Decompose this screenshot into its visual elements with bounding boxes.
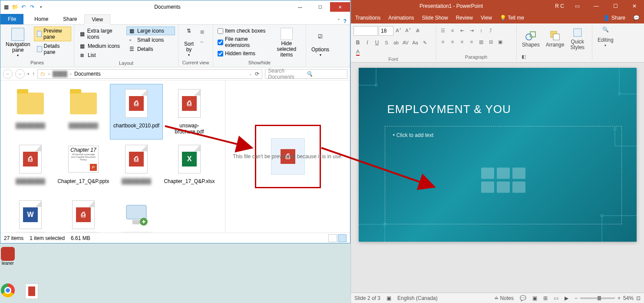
insert-smartart-icon[interactable] <box>512 168 525 179</box>
tab-view-ppt[interactable]: View <box>481 15 492 21</box>
layout-small[interactable]: ▫Small icons <box>126 36 175 44</box>
layout-details[interactable]: ☰Details <box>126 45 175 53</box>
qat-customize-icon[interactable]: ▾ <box>37 3 45 11</box>
align-center-icon[interactable]: ≡ <box>448 37 457 46</box>
smartart-icon[interactable]: ▣ <box>496 37 505 46</box>
align-left-icon[interactable]: ≡ <box>439 37 447 46</box>
ppt-maximize-button[interactable]: ☐ <box>606 0 625 12</box>
file-item[interactable]: ⎙████████ <box>4 140 57 195</box>
comments-icon[interactable]: 💬 <box>633 15 640 21</box>
slide-title[interactable]: EMPLOYMENT & YOU <box>387 103 511 116</box>
view-slideshow-icon[interactable]: ▶ <box>565 295 568 301</box>
font-size-combo[interactable]: 18 <box>379 26 393 36</box>
increase-font-icon[interactable]: A˄ <box>394 26 403 35</box>
file-item[interactable]: ⎙chartbook_2010.pdf <box>110 84 163 140</box>
items-pane[interactable]: ████████████████⎙chartbook_2010.pdf⎙unsw… <box>0 80 225 233</box>
hide-selected-button[interactable]: Hide selected items <box>270 27 303 59</box>
font-color-icon[interactable]: A <box>353 48 362 57</box>
layout-extra-large[interactable]: ▦Extra large icons <box>77 27 125 41</box>
insert-picture-icon[interactable] <box>481 182 494 193</box>
sort-by-button[interactable]: ⇅ Sort by ▾ <box>181 27 197 59</box>
shapes-button[interactable]: Shapes <box>519 29 542 49</box>
view-sorter-icon[interactable]: ⊞ <box>543 295 548 301</box>
editing-button[interactable]: 🔍 Editing ▾ <box>595 26 616 49</box>
decrease-font-icon[interactable]: A˅ <box>404 26 413 35</box>
fit-to-window-icon[interactable]: ⊡ <box>636 295 641 301</box>
back-button[interactable]: ← <box>3 69 13 79</box>
slide-canvas[interactable]: EMPLOYMENT & YOU • Click to add text <box>351 63 644 293</box>
tab-slideshow[interactable]: Slide Show <box>422 15 448 21</box>
view-large-icons-button[interactable] <box>338 234 347 242</box>
ppt-minimize-button[interactable]: — <box>587 0 606 12</box>
desktop-icon-pdf[interactable] <box>25 283 38 299</box>
tab-animations[interactable]: Animations <box>388 15 414 21</box>
slide[interactable]: EMPLOYMENT & YOU • Click to add text <box>359 68 637 242</box>
insert-table-icon[interactable] <box>481 168 494 179</box>
tab-view[interactable]: View <box>84 14 110 25</box>
insert-chart-icon[interactable] <box>497 168 510 179</box>
size-columns-icon[interactable]: ↔ <box>198 37 206 46</box>
indent-right-icon[interactable]: ⇥ <box>467 26 476 35</box>
qat-undo-icon[interactable]: ↶ <box>20 3 27 11</box>
tab-transitions[interactable]: Transitions <box>355 15 380 21</box>
zoom-control[interactable]: − + 54% ⊡ <box>575 295 641 301</box>
recent-locations-icon[interactable]: ▾ <box>27 72 30 76</box>
tab-file[interactable]: File <box>0 14 23 24</box>
file-item[interactable]: Chapter 17•Financial Leverage and Capita… <box>57 140 110 195</box>
justify-icon[interactable]: ≡ <box>467 37 476 46</box>
view-normal-icon[interactable]: ▣ <box>532 295 537 301</box>
explorer-titlebar[interactable]: ▦ 📁 ↶ ↷ ▾ Documents — ☐ ✕ <box>0 0 350 13</box>
text-direction-icon[interactable]: ⤴ <box>486 26 495 35</box>
file-item[interactable]: ████████ <box>4 84 57 140</box>
highlight-icon[interactable]: ✎ <box>420 38 429 47</box>
tab-review[interactable]: Review <box>456 15 473 21</box>
refresh-icon[interactable]: ⟳ <box>255 71 259 77</box>
spell-check-icon[interactable]: ▣ <box>386 295 391 301</box>
file-item[interactable]: XChapter_17_Q&P.xlsx <box>163 140 216 195</box>
line-spacing-icon[interactable]: ↕ <box>477 26 485 35</box>
comments-button[interactable]: 💬 <box>520 295 526 301</box>
desktop-icon-ccleaner[interactable]: leaner <box>1 247 15 266</box>
italic-icon[interactable]: I <box>363 38 372 47</box>
tell-me[interactable]: 💡 Tell me <box>500 15 524 21</box>
indent-left-icon[interactable]: ⇤ <box>458 26 466 35</box>
qat-properties-icon[interactable]: ▦ <box>2 3 10 11</box>
details-pane-button[interactable]: Details pane <box>34 42 71 57</box>
insert-video-icon[interactable] <box>512 182 525 193</box>
file-name-extensions[interactable]: File name extensions <box>217 36 268 49</box>
qat-redo-icon[interactable]: ↷ <box>28 3 36 11</box>
options-button[interactable]: ☑ Options ▾ <box>309 27 332 64</box>
numbering-icon[interactable]: ≡ <box>448 26 457 35</box>
ppt-titlebar[interactable]: Presentation1 - PowerPoint R C ▭ — ☐ ✕ <box>351 0 644 12</box>
forward-button[interactable]: → <box>15 69 25 79</box>
quick-styles-button[interactable]: Quick Styles <box>568 26 587 51</box>
file-item[interactable]: ⎙unswap-brochure.pdf <box>163 84 216 140</box>
tab-home[interactable]: Home <box>27 14 56 24</box>
ppt-close-button[interactable]: ✕ <box>625 0 644 12</box>
add-columns-icon[interactable]: ⊞ <box>198 27 206 36</box>
tab-share[interactable]: Share <box>56 14 84 24</box>
bullets-icon[interactable]: ☰ <box>439 26 447 35</box>
clear-format-icon[interactable]: A̷ <box>413 26 422 35</box>
address-bar[interactable]: 🗀 › ████ › Documents ⌄ ⟳ <box>37 69 262 79</box>
content-placeholder[interactable]: • Click to add text <box>385 126 622 224</box>
layout-large[interactable]: ▦Large icons <box>126 27 175 35</box>
maximize-button[interactable]: ☐ <box>310 2 330 12</box>
align-text-icon[interactable]: ⊟ <box>486 37 495 46</box>
desktop-icon-chrome[interactable] <box>1 283 15 297</box>
columns-icon[interactable]: ▥ <box>477 37 485 46</box>
close-button[interactable]: ✕ <box>330 2 350 12</box>
underline-icon[interactable]: U <box>373 38 381 47</box>
shape-fill-icon[interactable]: ◧ <box>519 52 528 61</box>
file-item[interactable]: ⎙████████ <box>110 140 163 195</box>
hidden-items[interactable]: Hidden items <box>217 50 268 57</box>
view-details-button[interactable] <box>328 234 337 242</box>
font-family-combo[interactable] <box>353 26 378 36</box>
file-item[interactable]: ████████ <box>110 195 163 233</box>
insert-online-picture-icon[interactable] <box>497 182 510 193</box>
minimize-button[interactable]: — <box>290 2 310 12</box>
ribbon-collapse-icon[interactable]: ˄ <box>337 18 340 24</box>
slide-counter[interactable]: Slide 2 of 3 <box>354 295 380 301</box>
item-check-boxes[interactable]: Item check boxes <box>217 27 268 34</box>
spacing-icon[interactable]: AV <box>401 38 410 47</box>
